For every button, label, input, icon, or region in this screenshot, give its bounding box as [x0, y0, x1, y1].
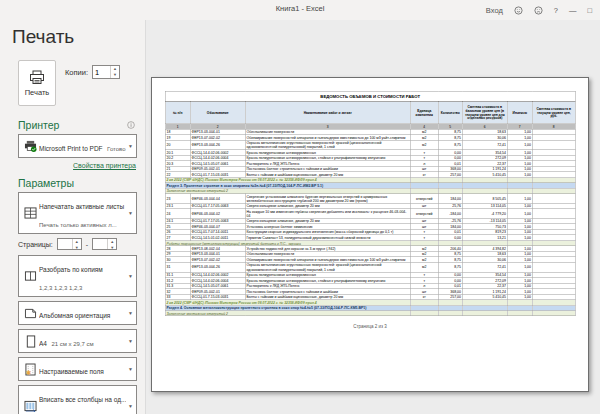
- page-title: Печать: [12, 26, 145, 48]
- smile-icon[interactable]: [514, 6, 523, 15]
- printer-icon: [29, 70, 45, 85]
- print-active-sheets-icon: [24, 207, 37, 219]
- copies-input[interactable]: [93, 66, 110, 78]
- collation-select[interactable]: Разобрать по копиям 1,2,3 1,2,3 1,2,3 ▼: [18, 255, 137, 297]
- pages-to-input[interactable]: [93, 239, 107, 249]
- pages-from-down-icon[interactable]: ▼: [73, 245, 81, 251]
- collation-value: Разобрать по копиям: [39, 266, 103, 273]
- chevron-down-icon: ▼: [128, 403, 133, 409]
- orientation-select[interactable]: Альбомная ориентация ▼: [18, 301, 137, 325]
- pages-from-stepper[interactable]: ▲▼: [57, 238, 82, 250]
- printer-heading: Принтер: [18, 119, 59, 131]
- collation-sub: 1,2,3 1,2,3 1,2,3: [39, 285, 82, 291]
- paper-size-sub: 21 см x 29,7 см: [51, 341, 93, 347]
- copies-down-icon[interactable]: ▼: [111, 72, 119, 78]
- table-row: 24ФЕР46-03-004-02На каждые 10 мм изменен…: [165, 209, 575, 219]
- chevron-down-icon: ▼: [128, 210, 133, 216]
- chevron-down-icon: ▼: [128, 338, 133, 344]
- orientation-icon: [24, 308, 37, 319]
- printer-properties-link[interactable]: Свойства принтера: [0, 162, 136, 169]
- worksheet-table: ВЕДОМОСТЬ ОБЪЁМОВ И СТОИМОСТИ РАБОТ№ п/п…: [165, 91, 576, 316]
- margins-icon: ✱: [25, 363, 36, 376]
- table-row: 31ФЕР13-03-004-26Окраска металлических о…: [165, 262, 575, 272]
- sign-in-button[interactable]: Вход: [486, 6, 503, 15]
- margins-value: Настраиваемые поля: [39, 368, 104, 375]
- scaling-select[interactable]: Вписать все столбцы на од... Уменьшение …: [18, 385, 137, 414]
- print-button-label: Печать: [25, 88, 50, 97]
- print-preview-area: ВЕДОМОСТЬ ОБЪЁМОВ И СТОИМОСТИ РАБОТ№ п/п…: [145, 20, 600, 414]
- print-button[interactable]: Печать: [18, 60, 56, 106]
- subhead-row: Заполнение монтажных отверстий 2: [165, 311, 575, 316]
- chevron-down-icon: ▼: [128, 143, 133, 149]
- table-row: 23ФЕР46-03-004-04Сверление установками а…: [165, 194, 575, 204]
- scaling-icon: [24, 400, 37, 412]
- printer-device-icon: [24, 140, 37, 152]
- minimize-icon[interactable]: —: [569, 6, 577, 15]
- print-what-sub: Печать только активных л...: [39, 222, 117, 228]
- print-what-value: Напечатать активные листы: [39, 203, 124, 210]
- help-icon[interactable]: ?: [554, 6, 558, 15]
- pages-label: Страницы:: [18, 241, 53, 248]
- column-header-row: № п/пОбоснованиеНаименование работ и зат…: [165, 101, 575, 123]
- doc-title: ВЕДОМОСТЬ ОБЪЁМОВ И СТОИМОСТИ РАБОТ: [165, 91, 575, 101]
- copies-stepper[interactable]: ▲▼: [92, 65, 120, 79]
- scaling-value: Вписать все столбцы на од...: [39, 396, 126, 403]
- paper-size-value: A4: [39, 340, 47, 347]
- chevron-down-icon: ▼: [128, 273, 133, 279]
- worksheet-table-body: ВЕДОМОСТЬ ОБЪЁМОВ И СТОИМОСТИ РАБОТ№ п/п…: [165, 91, 575, 316]
- pages-to-down-icon[interactable]: ▼: [108, 245, 116, 251]
- table-row: 20ФЕР13-03-004-26Окраска металлических о…: [165, 140, 575, 150]
- copies-label: Копии:: [65, 68, 88, 77]
- printer-select[interactable]: Microsoft Print to PDF Готово ▼: [18, 134, 137, 158]
- pages-range-dash: -: [86, 241, 88, 248]
- collate-icon: [24, 270, 37, 282]
- print-backstage-panel: Печать Печать Копии: ▲▼ Принтер: [0, 20, 145, 414]
- chevron-down-icon: ▼: [128, 310, 133, 316]
- printer-name: Microsoft Print to PDF: [39, 145, 103, 152]
- pages-from-input[interactable]: [58, 239, 72, 249]
- print-what-select[interactable]: Напечатать активные листы Печать только …: [18, 192, 137, 234]
- titlebar: Книга1 - Excel Вход ? — □: [0, 0, 600, 20]
- maximize-icon[interactable]: □: [587, 6, 592, 15]
- print-preview-page: ВЕДОМОСТЬ ОБЪЁМОВ И СТОИМОСТИ РАБОТ№ п/п…: [151, 77, 589, 392]
- info-icon[interactable]: [127, 121, 135, 129]
- pages-to-stepper[interactable]: ▲▼: [92, 238, 117, 250]
- page-number-footer: Страница 2 из 3: [165, 324, 575, 329]
- printer-status: Готово: [107, 146, 126, 152]
- frown-icon[interactable]: [534, 6, 543, 15]
- settings-heading: Параметры: [18, 177, 74, 189]
- chevron-down-icon: ▼: [128, 366, 133, 372]
- paper-size-icon: [26, 335, 36, 348]
- paper-size-select[interactable]: A4 21 см x 29,7 см ▼: [18, 329, 137, 353]
- orientation-value: Альбомная ориентация: [39, 312, 110, 319]
- margins-select[interactable]: ✱ Настраиваемые поля ▼: [18, 357, 137, 381]
- svg-text:✱: ✱: [26, 368, 31, 375]
- doc-title-row: ВЕДОМОСТЬ ОБЪЁМОВ И СТОИМОСТИ РАБОТ: [165, 91, 575, 101]
